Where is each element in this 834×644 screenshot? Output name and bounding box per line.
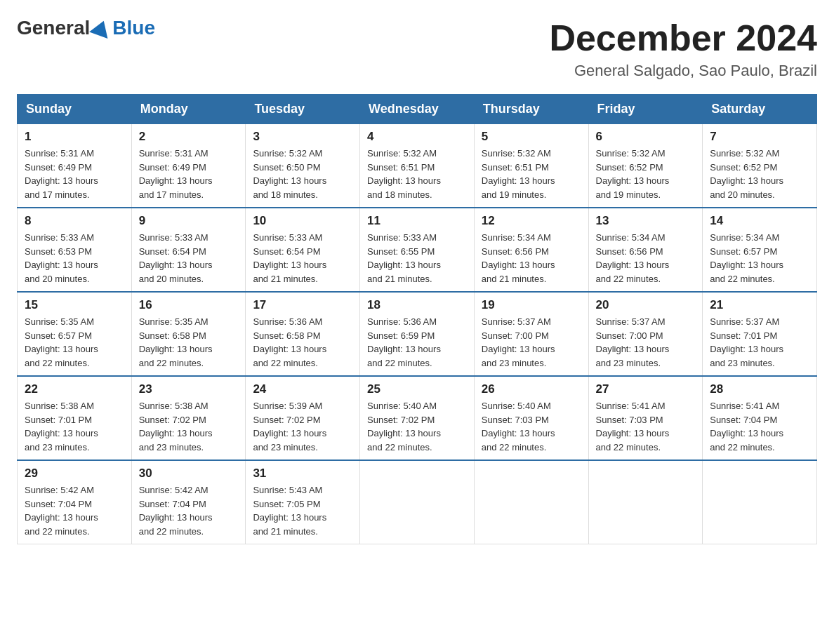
page-header: General Blue December 2024 General Salga…: [17, 17, 817, 80]
calendar-cell: 12Sunrise: 5:34 AMSunset: 6:56 PMDayligh…: [474, 208, 588, 292]
day-info: Sunrise: 5:40 AMSunset: 7:02 PMDaylight:…: [367, 399, 467, 454]
day-info: Sunrise: 5:34 AMSunset: 6:56 PMDaylight:…: [482, 231, 581, 286]
day-number: 12: [482, 214, 581, 228]
day-number: 18: [367, 298, 467, 312]
calendar-cell: 17Sunrise: 5:36 AMSunset: 6:58 PMDayligh…: [246, 292, 360, 376]
day-info: Sunrise: 5:42 AMSunset: 7:04 PMDaylight:…: [139, 483, 239, 538]
day-info: Sunrise: 5:40 AMSunset: 7:03 PMDaylight:…: [482, 399, 581, 454]
calendar-cell: 8Sunrise: 5:33 AMSunset: 6:53 PMDaylight…: [18, 208, 132, 292]
day-number: 30: [139, 467, 239, 481]
day-info: Sunrise: 5:37 AMSunset: 7:00 PMDaylight:…: [596, 315, 696, 370]
day-number: 26: [482, 382, 581, 396]
calendar-cell: 14Sunrise: 5:34 AMSunset: 6:57 PMDayligh…: [703, 208, 817, 292]
day-info: Sunrise: 5:33 AMSunset: 6:54 PMDaylight:…: [139, 231, 239, 286]
logo-triangle-icon: [89, 18, 113, 39]
day-number: 23: [139, 382, 239, 396]
day-number: 13: [596, 214, 696, 228]
day-number: 14: [710, 214, 809, 228]
calendar-cell: 29Sunrise: 5:42 AMSunset: 7:04 PMDayligh…: [18, 460, 132, 544]
calendar-cell: 10Sunrise: 5:33 AMSunset: 6:54 PMDayligh…: [246, 208, 360, 292]
day-info: Sunrise: 5:32 AMSunset: 6:51 PMDaylight:…: [367, 147, 467, 201]
day-number: 11: [367, 214, 467, 228]
day-number: 7: [710, 130, 809, 144]
day-info: Sunrise: 5:35 AMSunset: 6:57 PMDaylight:…: [25, 315, 124, 370]
day-number: 5: [482, 130, 581, 144]
day-info: Sunrise: 5:36 AMSunset: 6:58 PMDaylight:…: [253, 315, 352, 370]
calendar-cell: 24Sunrise: 5:39 AMSunset: 7:02 PMDayligh…: [246, 376, 360, 460]
header-thursday: Thursday: [474, 95, 588, 124]
day-info: Sunrise: 5:32 AMSunset: 6:52 PMDaylight:…: [710, 147, 809, 201]
day-info: Sunrise: 5:43 AMSunset: 7:05 PMDaylight:…: [253, 483, 352, 538]
header-saturday: Saturday: [703, 95, 817, 124]
header-wednesday: Wednesday: [360, 95, 475, 124]
day-number: 10: [253, 214, 352, 228]
calendar-cell: 16Sunrise: 5:35 AMSunset: 6:58 PMDayligh…: [131, 292, 246, 376]
day-info: Sunrise: 5:42 AMSunset: 7:04 PMDaylight:…: [25, 483, 124, 538]
logo-general-text: General: [17, 17, 90, 39]
day-info: Sunrise: 5:31 AMSunset: 6:49 PMDaylight:…: [139, 147, 239, 201]
calendar-header-row: SundayMondayTuesdayWednesdayThursdayFrid…: [18, 95, 817, 124]
day-info: Sunrise: 5:38 AMSunset: 7:01 PMDaylight:…: [25, 399, 124, 454]
day-number: 6: [596, 130, 696, 144]
day-number: 16: [139, 298, 239, 312]
day-info: Sunrise: 5:33 AMSunset: 6:53 PMDaylight:…: [25, 231, 124, 286]
calendar-cell: 23Sunrise: 5:38 AMSunset: 7:02 PMDayligh…: [131, 376, 246, 460]
day-number: 29: [25, 467, 124, 481]
day-info: Sunrise: 5:35 AMSunset: 6:58 PMDaylight:…: [139, 315, 239, 370]
day-number: 28: [710, 382, 809, 396]
day-info: Sunrise: 5:39 AMSunset: 7:02 PMDaylight:…: [253, 399, 352, 454]
calendar-cell: 1Sunrise: 5:31 AMSunset: 6:49 PMDaylight…: [18, 124, 132, 208]
day-number: 31: [253, 467, 352, 481]
calendar-cell: 22Sunrise: 5:38 AMSunset: 7:01 PMDayligh…: [18, 376, 132, 460]
day-info: Sunrise: 5:41 AMSunset: 7:03 PMDaylight:…: [596, 399, 696, 454]
logo-blue-text: Blue: [112, 17, 155, 39]
calendar-title: December 2024: [549, 17, 817, 59]
calendar-cell: [360, 460, 475, 544]
calendar-cell: 3Sunrise: 5:32 AMSunset: 6:50 PMDaylight…: [246, 124, 360, 208]
day-number: 4: [367, 130, 467, 144]
header-friday: Friday: [588, 95, 703, 124]
calendar-cell: 2Sunrise: 5:31 AMSunset: 6:49 PMDaylight…: [131, 124, 246, 208]
day-number: 22: [25, 382, 124, 396]
calendar-cell: 11Sunrise: 5:33 AMSunset: 6:55 PMDayligh…: [360, 208, 475, 292]
title-section: December 2024 General Salgado, Sao Paulo…: [549, 17, 817, 80]
calendar-cell: 9Sunrise: 5:33 AMSunset: 6:54 PMDaylight…: [131, 208, 246, 292]
day-info: Sunrise: 5:34 AMSunset: 6:56 PMDaylight:…: [596, 231, 696, 286]
calendar-subtitle: General Salgado, Sao Paulo, Brazil: [549, 62, 817, 80]
calendar-cell: 25Sunrise: 5:40 AMSunset: 7:02 PMDayligh…: [360, 376, 475, 460]
calendar-cell: 15Sunrise: 5:35 AMSunset: 6:57 PMDayligh…: [18, 292, 132, 376]
day-number: 27: [596, 382, 696, 396]
calendar-week-row: 15Sunrise: 5:35 AMSunset: 6:57 PMDayligh…: [18, 292, 817, 376]
calendar-cell: 4Sunrise: 5:32 AMSunset: 6:51 PMDaylight…: [360, 124, 475, 208]
day-info: Sunrise: 5:36 AMSunset: 6:59 PMDaylight:…: [367, 315, 467, 370]
day-info: Sunrise: 5:38 AMSunset: 7:02 PMDaylight:…: [139, 399, 239, 454]
day-info: Sunrise: 5:34 AMSunset: 6:57 PMDaylight:…: [710, 231, 809, 286]
day-info: Sunrise: 5:31 AMSunset: 6:49 PMDaylight:…: [25, 147, 124, 201]
day-number: 8: [25, 214, 124, 228]
day-number: 24: [253, 382, 352, 396]
calendar-cell: [703, 460, 817, 544]
logo: General Blue: [17, 17, 155, 39]
header-tuesday: Tuesday: [246, 95, 360, 124]
calendar-cell: 27Sunrise: 5:41 AMSunset: 7:03 PMDayligh…: [588, 376, 703, 460]
day-info: Sunrise: 5:33 AMSunset: 6:55 PMDaylight:…: [367, 231, 467, 286]
calendar-cell: [474, 460, 588, 544]
calendar-cell: 31Sunrise: 5:43 AMSunset: 7:05 PMDayligh…: [246, 460, 360, 544]
day-info: Sunrise: 5:32 AMSunset: 6:50 PMDaylight:…: [253, 147, 352, 201]
calendar-cell: 7Sunrise: 5:32 AMSunset: 6:52 PMDaylight…: [703, 124, 817, 208]
day-info: Sunrise: 5:33 AMSunset: 6:54 PMDaylight:…: [253, 231, 352, 286]
day-info: Sunrise: 5:32 AMSunset: 6:51 PMDaylight:…: [482, 147, 581, 201]
day-number: 3: [253, 130, 352, 144]
calendar-week-row: 29Sunrise: 5:42 AMSunset: 7:04 PMDayligh…: [18, 460, 817, 544]
day-info: Sunrise: 5:37 AMSunset: 7:00 PMDaylight:…: [482, 315, 581, 370]
day-info: Sunrise: 5:41 AMSunset: 7:04 PMDaylight:…: [710, 399, 809, 454]
calendar-cell: 18Sunrise: 5:36 AMSunset: 6:59 PMDayligh…: [360, 292, 475, 376]
calendar-cell: 6Sunrise: 5:32 AMSunset: 6:52 PMDaylight…: [588, 124, 703, 208]
day-number: 19: [482, 298, 581, 312]
calendar-cell: 19Sunrise: 5:37 AMSunset: 7:00 PMDayligh…: [474, 292, 588, 376]
day-number: 15: [25, 298, 124, 312]
calendar-cell: 26Sunrise: 5:40 AMSunset: 7:03 PMDayligh…: [474, 376, 588, 460]
calendar-week-row: 22Sunrise: 5:38 AMSunset: 7:01 PMDayligh…: [18, 376, 817, 460]
calendar-cell: [588, 460, 703, 544]
day-number: 1: [25, 130, 124, 144]
